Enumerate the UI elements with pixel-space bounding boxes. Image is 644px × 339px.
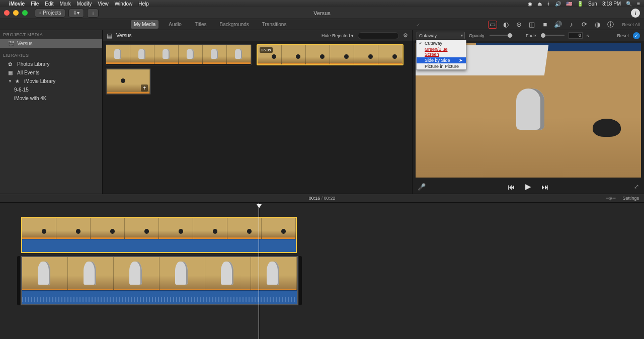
enhance-icon[interactable]: ⟋ — [415, 22, 421, 28]
info-button[interactable]: i — [631, 9, 640, 18]
projects-label: Projects — [43, 10, 61, 16]
toggle-list-icon[interactable]: ▤ — [107, 32, 112, 39]
bluetooth-icon[interactable]: ᚼ — [547, 1, 550, 7]
spotlight-icon[interactable]: 🔍 — [626, 1, 632, 7]
volume-icon[interactable]: 🔊 — [555, 1, 561, 7]
search-input[interactable] — [358, 32, 399, 39]
disclosure-icon[interactable]: ▼ — [8, 79, 12, 83]
option-cutaway[interactable]: Cutaway — [417, 40, 466, 46]
volume-settings-icon[interactable]: 🔊 — [553, 21, 562, 29]
option-picture-in-picture[interactable]: Picture in Picture — [417, 63, 466, 69]
hide-rejected-dropdown[interactable]: Hide Rejected ▾ — [321, 33, 354, 38]
sidebar-item-photos[interactable]: ✿ Photos Library — [0, 60, 102, 68]
timeline-track-primary[interactable] — [21, 256, 298, 305]
fullscreen-icon[interactable]: ⤢ — [634, 183, 639, 190]
tab-backgrounds[interactable]: Backgrounds — [216, 20, 252, 29]
clock-day[interactable]: Sun — [588, 1, 597, 7]
play-button[interactable]: ▶ — [525, 182, 531, 191]
menu-help[interactable]: Help — [138, 1, 149, 7]
back-to-projects-button[interactable]: ‹ Projects — [35, 9, 65, 18]
playhead[interactable] — [259, 203, 259, 339]
info-icon[interactable]: ⓘ — [606, 21, 615, 29]
window-title: Versus — [313, 10, 331, 16]
photos-label: Photos Library — [17, 61, 49, 67]
reset-all-button[interactable]: Reset All — [622, 22, 640, 27]
fade-value-field[interactable]: 0 — [569, 32, 583, 39]
reset-button[interactable]: Reset — [617, 33, 629, 38]
fade-unit: s — [587, 33, 589, 38]
airplay-icon[interactable]: ⏏ — [537, 1, 542, 7]
timeline-header-strip: 00:16 / 00:22 ━◉━ Settings — [0, 194, 644, 203]
menu-view[interactable]: View — [98, 1, 109, 7]
option-green-blue-screen[interactable]: Green/Blue Screen — [417, 46, 466, 57]
clip-3[interactable]: + — [106, 68, 151, 95]
sidebar-item-event-4k[interactable]: iMovie with 4K — [0, 94, 102, 103]
fade-slider[interactable] — [541, 35, 565, 36]
gear-icon[interactable]: ⚙ — [403, 32, 408, 39]
project-icon: 🎬 — [8, 41, 14, 46]
chevron-left-icon: ‹ — [39, 10, 41, 16]
browser-project-name: Versus — [116, 33, 132, 38]
photos-icon: ✿ — [8, 61, 14, 67]
project-name: Versus — [17, 41, 33, 46]
apply-button[interactable]: ✓ — [633, 32, 640, 39]
noise-eq-icon[interactable]: ♪ — [567, 21, 576, 29]
overlay-mode-dropdown: Cutaway Green/Blue Screen Side by Side➤ … — [416, 40, 466, 70]
app-menu[interactable]: iMovie — [9, 1, 25, 7]
content-tabbar: My Media Audio Titles Backgrounds Transi… — [0, 19, 644, 30]
zoom-button[interactable] — [22, 10, 28, 16]
sidebar-item-imovie-library[interactable]: ▼ ★ iMovie Library — [0, 77, 102, 86]
notification-center-icon[interactable]: ≡ — [637, 1, 640, 7]
menu-modify[interactable]: Modify — [77, 1, 92, 7]
tab-audio[interactable]: Audio — [166, 20, 185, 29]
voiceover-icon[interactable]: 🎤 — [418, 183, 426, 191]
prev-button[interactable]: ⏮ — [508, 183, 515, 191]
opacity-label: Opacity: — [469, 33, 486, 38]
sidebar-item-event-date[interactable]: 9-6-15 — [0, 86, 102, 94]
next-button[interactable]: ⏭ — [541, 183, 549, 191]
timeline[interactable] — [0, 203, 644, 339]
sidebar-item-all-events[interactable]: ▦ All Events — [0, 68, 102, 77]
cursor-icon: ➤ — [459, 58, 463, 63]
minimize-button[interactable] — [13, 10, 19, 16]
overlay-mode-select[interactable]: Cutaway Cutaway Green/Blue Screen Side b… — [417, 32, 465, 39]
tab-titles[interactable]: Titles — [192, 20, 210, 29]
clip-filter-icon[interactable]: ◑ — [593, 21, 602, 29]
crop-icon[interactable]: ◫ — [527, 21, 536, 29]
timeline-track-overlay[interactable] — [21, 217, 297, 253]
sidebar-item-project[interactable]: 🎬 Versus — [0, 39, 102, 48]
settings-button[interactable]: Settings — [622, 196, 639, 201]
transport-controls: 🎤 ⏮ ▶ ⏭ ⤢ — [413, 180, 644, 194]
viewer-panel: Cutaway Cutaway Green/Blue Screen Side b… — [413, 30, 644, 194]
import-button[interactable]: ⇩▾ — [68, 9, 84, 18]
stabilization-icon[interactable]: ■ — [540, 21, 549, 29]
menu-mark[interactable]: Mark — [59, 1, 70, 7]
tab-transitions[interactable]: Transitions — [259, 20, 290, 29]
flag-icon[interactable]: 🇺🇸 — [566, 1, 572, 7]
zoom-slider-icon[interactable]: ━◉━ — [606, 196, 615, 201]
all-events-label: All Events — [17, 70, 39, 75]
clock-time[interactable]: 3:18 PM — [602, 1, 621, 7]
event-date-label: 9-6-15 — [14, 87, 29, 93]
library-icon: ★ — [15, 78, 21, 84]
video-overlay-settings-icon[interactable]: ▭ — [488, 21, 497, 29]
tab-my-media[interactable]: My Media — [131, 20, 158, 29]
color-balance-icon[interactable]: ◐ — [501, 21, 510, 29]
close-button[interactable] — [4, 10, 10, 16]
menu-file[interactable]: File — [31, 1, 39, 7]
add-to-project-icon[interactable]: + — [141, 84, 148, 92]
fade-label: Fade: — [526, 33, 537, 38]
clip-handle-left[interactable] — [17, 256, 20, 305]
option-side-by-side[interactable]: Side by Side➤ — [417, 57, 466, 63]
menu-window[interactable]: Window — [115, 1, 133, 7]
record-icon[interactable]: ◉ — [528, 1, 532, 7]
battery-icon[interactable]: 🔋 — [577, 1, 583, 7]
clip-handle-right[interactable] — [299, 256, 302, 305]
clip-2[interactable]: 26.0s — [257, 44, 404, 65]
speed-icon[interactable]: ⟳ — [580, 21, 589, 29]
share-button[interactable]: ↓ — [87, 9, 99, 18]
clip-1[interactable] — [106, 44, 252, 65]
opacity-slider[interactable] — [490, 35, 513, 36]
color-correction-icon[interactable]: ⊕ — [514, 21, 523, 29]
menu-edit[interactable]: Edit — [45, 1, 53, 7]
